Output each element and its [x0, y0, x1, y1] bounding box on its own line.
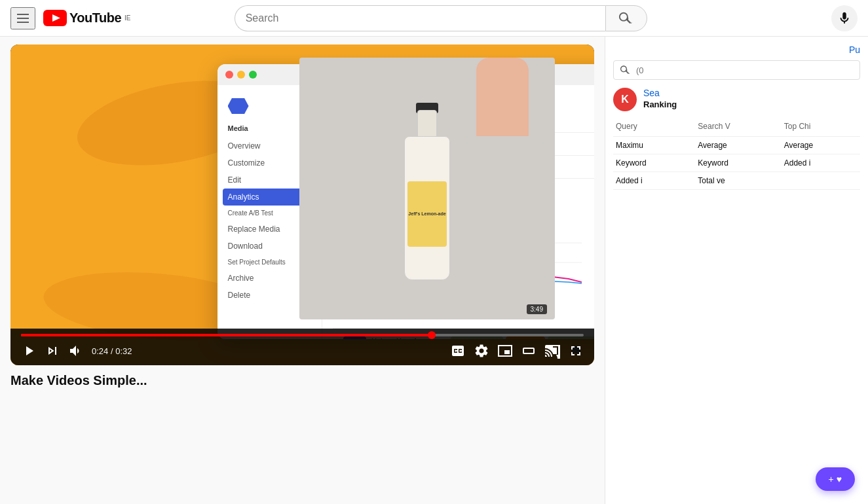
table-row: Maximu Average Average	[613, 137, 860, 154]
play-icon	[21, 343, 37, 359]
captions-icon	[450, 343, 466, 359]
channel-avatar: K	[613, 88, 637, 111]
logo-region: IE	[124, 14, 130, 22]
youtube-icon	[43, 10, 67, 26]
sidebar-search-container	[613, 60, 860, 80]
right-sidebar: Pu K Sea Ranking Query Search V Top Chi	[605, 37, 868, 504]
add-button-label: + ♥	[829, 474, 842, 484]
sidebar-search-icon	[620, 65, 631, 75]
time-current: 0:24	[92, 346, 108, 356]
col-top-cha: Top Chi	[782, 119, 860, 137]
progress-dot	[428, 331, 436, 339]
col-average-1: Average	[695, 137, 781, 154]
video-title: Make Videos Simple...	[10, 373, 594, 388]
video-section: Media Overview Customize Edit Analytics …	[0, 37, 605, 504]
table-row: Added i Total ve	[613, 172, 860, 190]
voice-search-button[interactable]	[831, 5, 858, 31]
product-image: Jeff's Lemon-ade 3:49	[299, 58, 555, 319]
channel-name[interactable]: Sea	[643, 88, 677, 98]
hamburger-menu-button[interactable]	[10, 7, 35, 29]
table-header-row: Query Search V Top Chi	[613, 119, 860, 137]
theater-button[interactable]	[521, 343, 537, 359]
time-total: 0:32	[115, 346, 132, 356]
cast-icon	[544, 343, 560, 359]
miniplayer-icon	[497, 343, 513, 359]
close-traffic-light	[225, 71, 233, 79]
video-thumbnail: Media Overview Customize Edit Analytics …	[10, 45, 594, 365]
col-keyword-2: Keyword	[695, 154, 781, 172]
col-added-1: Added i	[782, 154, 860, 172]
miniplayer-button[interactable]	[497, 343, 513, 359]
video-player[interactable]: Media Overview Customize Edit Analytics …	[10, 45, 594, 365]
time-display: 0:24 / 0:32	[92, 346, 132, 356]
volume-button[interactable]	[68, 343, 84, 359]
progress-fill	[21, 334, 432, 336]
search-button[interactable]	[605, 5, 647, 31]
col-average-2: Average	[782, 137, 860, 154]
video-time-badge: 3:49	[527, 304, 547, 314]
fullscreen-button[interactable]	[568, 343, 584, 359]
settings-button[interactable]	[474, 343, 489, 359]
col-keyword-1: Keyword	[613, 154, 695, 172]
skip-icon	[45, 343, 60, 359]
skip-button[interactable]	[45, 343, 60, 359]
maximize-traffic-light	[249, 71, 257, 79]
minimize-traffic-light	[237, 71, 245, 79]
sidebar-search-input[interactable]	[636, 65, 853, 75]
col-added-2: Added i	[613, 172, 695, 190]
col-search-v: Search V	[695, 119, 781, 137]
search-form	[235, 5, 647, 31]
app-brand-icon	[228, 98, 249, 114]
play-button[interactable]	[21, 343, 37, 359]
add-button[interactable]: + ♥	[816, 467, 855, 491]
col-maximu: Maximu	[613, 137, 695, 154]
cast-button[interactable]	[544, 343, 560, 359]
settings-icon	[474, 343, 489, 359]
col-query: Query	[613, 119, 695, 137]
captions-button[interactable]	[450, 343, 466, 359]
volume-icon	[68, 343, 84, 359]
youtube-logo[interactable]: YouTubeIE	[43, 10, 131, 26]
search-container	[212, 5, 670, 31]
search-input[interactable]	[235, 5, 605, 31]
channel-card: K Sea Ranking	[613, 88, 860, 111]
hand-illustration	[476, 58, 529, 136]
search-icon	[619, 11, 633, 26]
header: YouTubeIE	[0, 0, 868, 37]
fullscreen-icon	[568, 343, 584, 359]
right-sidebar-top: Pu	[613, 45, 860, 55]
controls-right	[450, 343, 584, 359]
main-layout: Media Overview Customize Edit Analytics …	[0, 37, 868, 504]
theater-icon	[521, 343, 537, 359]
col-total-ve: Total ve	[695, 172, 781, 190]
table-row: Keyword Keyword Added i	[613, 154, 860, 172]
progress-bar[interactable]	[21, 334, 584, 336]
bottle-body: Jeff's Lemon-ade	[404, 136, 450, 280]
bottle-illustration: Jeff's Lemon-ade	[388, 97, 466, 280]
col-empty	[782, 172, 860, 190]
channel-info: Sea Ranking	[643, 88, 677, 109]
microphone-icon	[837, 11, 852, 26]
ranking-subtitle: Ranking	[643, 99, 677, 109]
pu-link[interactable]: Pu	[849, 45, 860, 55]
header-right	[831, 5, 858, 31]
logo-wordmark: YouTube	[69, 10, 121, 26]
video-controls: 0:24 / 0:32	[10, 329, 594, 365]
bottle-label: Jeff's Lemon-ade	[407, 181, 447, 247]
ranking-table: Query Search V Top Chi Maximu Average Av…	[613, 119, 860, 190]
controls-row: 0:24 / 0:32	[21, 343, 584, 359]
